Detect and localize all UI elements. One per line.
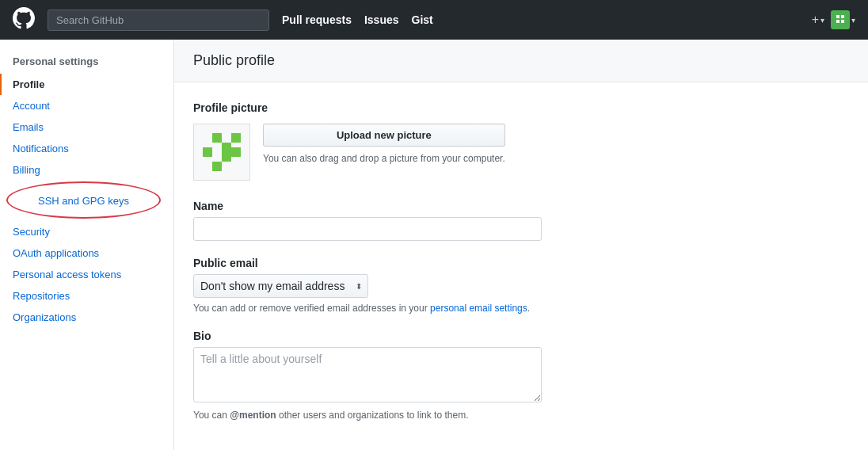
bio-section: Bio You can @mention other users and org… bbox=[193, 330, 741, 421]
new-item-button[interactable]: + ▾ bbox=[812, 13, 824, 27]
bio-textarea[interactable] bbox=[193, 347, 542, 402]
sidebar-item-account[interactable]: Account bbox=[0, 95, 173, 116]
sidebar-item-billing[interactable]: Billing bbox=[0, 159, 173, 181]
sidebar-title: Personal settings bbox=[0, 55, 173, 74]
sidebar-item-label: Notifications bbox=[0, 138, 173, 159]
bio-help-text: You can @mention other users and organiz… bbox=[193, 410, 741, 421]
sidebar: Personal settings Profile Account Emails… bbox=[0, 40, 174, 450]
sidebar-item-label: Security bbox=[0, 221, 173, 242]
sidebar-item-repositories[interactable]: Repositories bbox=[0, 285, 173, 307]
page-title: Public profile bbox=[193, 52, 849, 69]
personal-email-settings-link[interactable]: personal email settings bbox=[430, 303, 527, 314]
profile-picture-section: Profile picture U bbox=[193, 101, 741, 181]
svg-rect-5 bbox=[231, 133, 241, 143]
email-label: Public email bbox=[193, 257, 741, 269]
name-section: Name bbox=[193, 200, 741, 241]
sidebar-item-organizations[interactable]: Organizations bbox=[0, 307, 173, 328]
profile-picture-title: Profile picture bbox=[193, 101, 741, 114]
svg-rect-2 bbox=[836, 20, 839, 23]
sidebar-item-label: Profile bbox=[0, 74, 173, 95]
svg-rect-0 bbox=[836, 15, 839, 18]
sidebar-item-label: Billing bbox=[0, 159, 173, 181]
pull-requests-link[interactable]: Pull requests bbox=[282, 13, 352, 26]
sidebar-item-security[interactable]: Security bbox=[0, 221, 173, 242]
svg-rect-8 bbox=[212, 162, 222, 171]
email-help-text-end: . bbox=[527, 303, 530, 314]
svg-rect-9 bbox=[231, 147, 241, 157]
upload-picture-button[interactable]: Upload new picture bbox=[263, 124, 505, 147]
topnav-links: Pull requests Issues Gist bbox=[282, 13, 433, 26]
profile-picture-row: Upload new picture You can also drag and… bbox=[193, 124, 741, 181]
sidebar-item-profile[interactable]: Profile bbox=[0, 74, 173, 95]
github-logo-icon bbox=[13, 7, 35, 32]
upload-section: Upload new picture You can also drag and… bbox=[263, 124, 505, 164]
main-header: Public profile bbox=[174, 40, 868, 82]
bio-help-suffix: other users and organizations to link to… bbox=[279, 410, 468, 421]
sidebar-item-label: Emails bbox=[0, 116, 173, 138]
svg-rect-6 bbox=[203, 147, 212, 157]
avatar-chevron-icon: ▾ bbox=[851, 16, 855, 25]
plus-chevron-icon: ▾ bbox=[820, 16, 824, 25]
topnav-right: + ▾ ▾ bbox=[812, 10, 855, 29]
name-label: Name bbox=[193, 200, 741, 212]
svg-rect-4 bbox=[212, 133, 222, 143]
profile-avatar bbox=[193, 124, 250, 181]
topnav: Pull requests Issues Gist + ▾ ▾ bbox=[0, 0, 868, 40]
sidebar-item-oauth-applications[interactable]: OAuth applications bbox=[0, 242, 173, 264]
name-input[interactable] bbox=[193, 217, 542, 241]
bio-label: Bio bbox=[193, 330, 741, 342]
search-input[interactable] bbox=[48, 10, 269, 31]
avatar-icon bbox=[831, 10, 850, 29]
bio-help-prefix: You can bbox=[193, 410, 227, 421]
plus-icon: + bbox=[812, 13, 819, 27]
sidebar-item-label: Repositories bbox=[0, 285, 173, 307]
sidebar-item-label: OAuth applications bbox=[0, 242, 173, 264]
sidebar-item-label: Account bbox=[0, 95, 173, 116]
gist-link[interactable]: Gist bbox=[412, 13, 433, 26]
sidebar-item-label: Personal access tokens bbox=[0, 264, 173, 285]
svg-rect-3 bbox=[841, 20, 844, 23]
email-section: Public email Don't show my email address… bbox=[193, 257, 741, 314]
svg-rect-7 bbox=[222, 143, 231, 162]
email-help-text: You can add or remove verified email add… bbox=[193, 303, 741, 314]
sidebar-item-personal-access-tokens[interactable]: Personal access tokens bbox=[0, 264, 173, 285]
sidebar-item-emails[interactable]: Emails bbox=[0, 116, 173, 138]
main-content: Public profile Profile picture bbox=[174, 40, 868, 450]
email-help-text-prefix: You can add or remove verified email add… bbox=[193, 303, 428, 314]
sidebar-item-label: Organizations bbox=[0, 307, 173, 328]
issues-link[interactable]: Issues bbox=[364, 13, 399, 26]
sidebar-item-ssh-gpg-keys[interactable]: SSH and GPG keys bbox=[0, 181, 173, 221]
search-bar[interactable] bbox=[48, 10, 269, 31]
main-body: Profile picture U bbox=[174, 82, 760, 450]
email-select-wrap: Don't show my email addressuser@example.… bbox=[193, 274, 368, 298]
sidebar-item-notifications[interactable]: Notifications bbox=[0, 138, 173, 159]
sidebar-item-label: SSH and GPG keys bbox=[13, 185, 154, 216]
avatar-image bbox=[198, 128, 246, 176]
sidebar-nav: Profile Account Emails Notifications Bil… bbox=[0, 74, 173, 328]
svg-rect-1 bbox=[841, 15, 844, 18]
email-select[interactable]: Don't show my email addressuser@example.… bbox=[193, 274, 368, 298]
user-avatar-button[interactable]: ▾ bbox=[831, 10, 855, 29]
page-layout: Personal settings Profile Account Emails… bbox=[0, 40, 868, 450]
mention-highlight: @mention bbox=[230, 410, 276, 421]
upload-hint: You can also drag and drop a picture fro… bbox=[263, 153, 505, 164]
